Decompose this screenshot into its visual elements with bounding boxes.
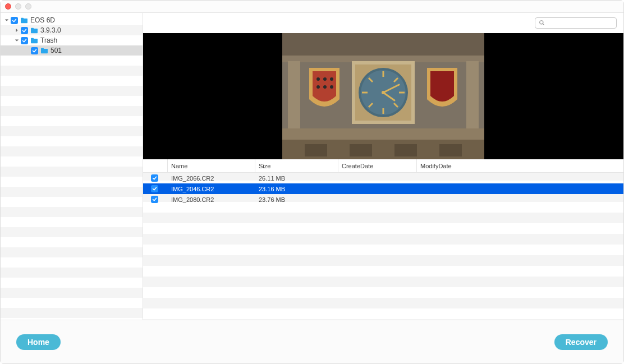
svg-point-7 [316,77,320,81]
topbar [143,13,623,33]
sidebar: EOS 6D3.9.3.0Trash501 [1,13,143,320]
main-panel: Name Size CreateDate ModifyDate IMG_2066… [143,13,623,320]
svg-rect-28 [282,128,484,140]
svg-point-10 [316,85,320,89]
file-table: Name Size CreateDate ModifyDate IMG_2066… [143,159,623,320]
svg-line-1 [543,24,544,25]
svg-point-8 [323,77,327,81]
svg-rect-5 [288,61,300,137]
window-minimize-button[interactable] [15,3,21,10]
window-maximize-button[interactable] [25,3,31,10]
row-checkbox[interactable] [151,185,158,192]
checkbox[interactable] [21,27,28,34]
checkbox[interactable] [31,47,38,54]
sidebar-item-label: 501 [51,47,62,54]
preview-image [282,33,484,159]
disclosure-right-icon[interactable] [14,28,20,33]
svg-point-0 [540,21,543,24]
svg-point-9 [330,77,333,81]
titlebar [1,1,623,13]
svg-rect-32 [394,144,417,156]
image-preview [143,33,623,159]
recover-button[interactable]: Recover [554,334,608,350]
table-row[interactable]: IMG_2046.CR223.16 MB [143,183,623,194]
disclosure-down-icon[interactable] [14,38,20,43]
column-checkbox[interactable] [143,159,168,172]
sidebar-item[interactable]: 501 [1,45,143,56]
column-name[interactable]: Name [168,159,255,172]
svg-rect-33 [439,144,462,156]
search-field[interactable] [535,17,617,29]
footer: Home Recover [1,320,623,363]
disclosure-down-icon[interactable] [4,18,10,22]
search-input[interactable] [547,20,624,26]
table-header: Name Size CreateDate ModifyDate [143,159,623,173]
sidebar-item[interactable]: Trash [1,35,143,45]
window-close-button[interactable] [5,3,11,10]
sidebar-item[interactable]: EOS 6D [1,15,143,25]
home-button[interactable]: Home [16,334,61,350]
folder-icon [30,37,38,44]
folder-icon [40,47,48,54]
sidebar-empty [1,56,143,320]
column-createdate[interactable]: CreateDate [338,159,417,172]
search-icon [539,18,545,28]
cell-name: IMG_2066.CR2 [168,175,255,182]
cell-size: 26.11 MB [255,175,338,182]
sidebar-item-label: Trash [40,36,57,44]
svg-rect-31 [350,144,372,156]
cell-name: IMG_2080.CR2 [168,196,255,203]
folder-icon [30,27,38,34]
table-row[interactable]: IMG_2066.CR226.11 MB [143,173,623,183]
table-row[interactable]: IMG_2080.CR223.76 MB [143,194,623,205]
sidebar-item[interactable]: 3.9.3.0 [1,25,143,35]
svg-rect-30 [305,144,327,156]
svg-point-11 [323,85,327,89]
cell-name: IMG_2046.CR2 [168,186,255,192]
column-size[interactable]: Size [255,159,338,172]
sidebar-item-label: EOS 6D [30,16,55,24]
svg-rect-6 [466,61,479,137]
cell-size: 23.76 MB [255,196,338,203]
row-checkbox[interactable] [151,196,158,203]
sidebar-item-label: 3.9.3.0 [40,26,61,34]
row-checkbox[interactable] [151,174,158,182]
column-modifydate[interactable]: ModifyDate [417,159,623,172]
cell-size: 23.16 MB [255,186,338,192]
svg-point-12 [330,85,333,89]
svg-point-27 [382,91,385,94]
svg-rect-3 [282,33,484,56]
folder-icon [20,17,28,24]
checkbox[interactable] [21,37,28,44]
checkbox[interactable] [11,17,18,24]
